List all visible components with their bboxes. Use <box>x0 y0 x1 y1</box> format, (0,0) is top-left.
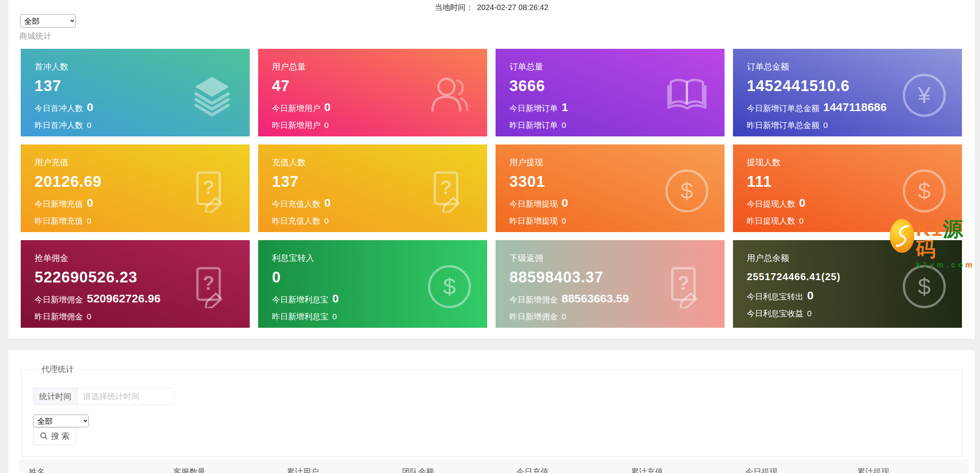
card-value: 1452441510.6 <box>747 78 900 93</box>
svg-text:?: ? <box>203 272 215 294</box>
stat-card-user-withdraw: 用户提现 3301 今日新增提现0 昨日新增提现0 $ <box>496 144 725 232</box>
agent-filter-select[interactable]: 全部 <box>33 415 89 427</box>
card-yesterday-label: 昨日新增订单总金额 <box>747 121 819 129</box>
stat-time-label: 统计时间 <box>33 388 77 405</box>
agent-stats-table: 姓名 客服数量 累计用户 团队余额 今日充值 累计充值 今日提现 累计提现 <box>19 459 969 473</box>
dollar-circle-icon: $ <box>903 265 946 308</box>
card-title: 用户总量 <box>272 63 426 71</box>
card-today-value: 0 <box>332 293 339 304</box>
agent-stats-legend: 代理统计 <box>37 364 78 375</box>
card-value: 88598403.37 <box>509 269 663 285</box>
card-value: 111 <box>747 174 900 189</box>
svg-text:?: ? <box>203 177 215 198</box>
card-title: 用户提现 <box>509 158 663 167</box>
card-today-label: 今日利息宝转出 <box>747 292 803 300</box>
col-header-total-withdraw: 累计提现 <box>847 459 969 473</box>
card-yesterday-value: 0 <box>324 217 329 225</box>
card-yesterday-label: 昨日新增利息宝 <box>272 312 328 320</box>
card-yesterday-label: 昨日新增提现 <box>509 217 558 225</box>
card-yesterday-value: 0 <box>324 121 329 129</box>
card-value: 3301 <box>509 174 663 189</box>
card-today-value: 0 <box>324 101 331 113</box>
col-header-total-users: 累计用户 <box>277 459 392 473</box>
card-yesterday-label: 昨日新增充值 <box>35 217 83 225</box>
doc-question-pencil-icon: ? <box>665 265 708 308</box>
card-yesterday-value: 0 <box>332 312 337 320</box>
card-today-label: 今日新增佣金 <box>509 295 558 304</box>
mall-filter-select[interactable]: 全部 <box>20 14 76 28</box>
col-header-name: 姓名 <box>19 459 164 473</box>
card-today-value: 0 <box>324 197 331 209</box>
card-today-earn-label: 今日利息宝收益 <box>747 309 803 317</box>
svg-text:?: ? <box>678 272 690 294</box>
card-yesterday-value: 0 <box>823 121 828 129</box>
stat-card-user-recharge: 用户充值 20126.69 今日新增充值0 昨日新增充值0 ? <box>21 144 250 232</box>
card-today-value: 0 <box>87 197 93 209</box>
dollar-circle-icon: $ <box>665 169 708 212</box>
mall-stats-panel: 当地时间：2024-02-27 08:26:42 全部 商城统计 首冲人数 13… <box>8 0 975 339</box>
card-today-label: 今日首冲人数 <box>35 104 83 112</box>
open-book-icon <box>665 74 708 117</box>
stat-card-recharge-users: 充值人数 137 今日充值人数0 昨日充值人数0 ? <box>258 144 487 232</box>
local-time-label: 当地时间： <box>435 3 473 12</box>
card-yesterday-label: 昨日新增用户 <box>272 121 320 129</box>
card-yesterday-label: 昨日新增订单 <box>509 121 558 129</box>
card-value: 3666 <box>509 78 663 93</box>
card-today-value: 1447118686 <box>823 101 887 113</box>
card-today-value: 0 <box>562 197 568 209</box>
k1ym-egg-icon <box>890 219 914 253</box>
mall-section-title: 商城统计 <box>19 31 51 41</box>
search-button[interactable]: 搜索 <box>33 427 76 445</box>
card-title: 用户充值 <box>35 158 188 167</box>
card-title: 订单总金额 <box>747 63 900 71</box>
yen-circle-icon: ¥ <box>903 74 946 117</box>
stat-card-total-order-amount: 订单总金额 1452441510.6 今日新增订单总金额1447118686 昨… <box>733 49 962 136</box>
table-header-row: 姓名 客服数量 累计用户 团队余额 今日充值 累计充值 今日提现 累计提现 <box>19 459 969 473</box>
agent-stats-panel: 代理统计 统计时间 全部 搜索 姓名 客服数量 <box>8 350 975 473</box>
card-today-label: 今日新增利息宝 <box>272 295 328 304</box>
card-today-value: 0 <box>807 290 814 301</box>
card-yesterday-label: 昨日提现人数 <box>747 217 795 225</box>
card-yesterday-value: 0 <box>799 217 804 225</box>
card-today-value: 0 <box>87 101 93 113</box>
card-value: 2551724466.41(25) <box>747 272 900 282</box>
local-time-value: 2024-02-27 08:26:42 <box>477 3 549 12</box>
card-title: 订单总量 <box>509 63 663 71</box>
card-today-label: 今日新增提现 <box>509 200 558 208</box>
local-time: 当地时间：2024-02-27 08:26:42 <box>8 2 975 13</box>
stat-card-total-orders: 订单总量 3666 今日新增订单1 昨日新增订单0 <box>496 49 725 136</box>
card-today-label: 今日新增佣金 <box>35 295 83 304</box>
card-today-value: 88563663.59 <box>562 293 629 304</box>
card-yesterday-label: 昨日新增佣金 <box>35 312 83 320</box>
stat-card-grab-order-commission: 抢单佣金 522690526.23 今日新增佣金520962726.96 昨日新… <box>21 240 250 328</box>
card-title: 用户总余额 <box>747 254 900 262</box>
col-header-team-balance: 团队余额 <box>392 459 507 473</box>
layers-icon <box>191 74 234 117</box>
card-title: 抢单佣金 <box>35 254 188 262</box>
card-yesterday-value: 0 <box>87 121 91 129</box>
card-value: 522690526.23 <box>35 269 188 285</box>
stat-time-input[interactable] <box>77 388 175 405</box>
card-yesterday-label: 昨日充值人数 <box>272 217 320 225</box>
svg-text:?: ? <box>440 177 452 198</box>
stat-card-total-users: 用户总量 47 今日新增用户0 昨日新增用户0 <box>258 49 487 136</box>
card-yesterday-value: 0 <box>562 121 566 129</box>
k1ym-watermark-logo: K1源码 k1ym.com <box>890 219 980 269</box>
card-value: 137 <box>272 174 426 189</box>
card-today-value: 0 <box>799 197 806 209</box>
card-value: 47 <box>272 78 426 93</box>
search-button-label: 搜索 <box>51 431 72 441</box>
card-yesterday-label: 昨日首冲人数 <box>35 121 83 129</box>
card-title: 提现人数 <box>747 158 900 167</box>
card-yesterday-value: 0 <box>87 312 91 320</box>
k1ym-domain-text: k1ym.com <box>916 261 980 269</box>
search-icon <box>40 432 48 440</box>
col-header-today-recharge: 今日充值 <box>507 459 621 473</box>
card-today-label: 今日新增订单总金额 <box>747 104 819 112</box>
doc-question-pencil-icon: ? <box>191 265 234 308</box>
doc-question-pencil-icon: ? <box>191 169 234 212</box>
dollar-circle-icon: $ <box>903 169 946 212</box>
card-yesterday-value: 0 <box>87 217 91 225</box>
card-title: 首冲人数 <box>35 63 188 71</box>
card-today-label: 今日新增用户 <box>272 104 320 112</box>
